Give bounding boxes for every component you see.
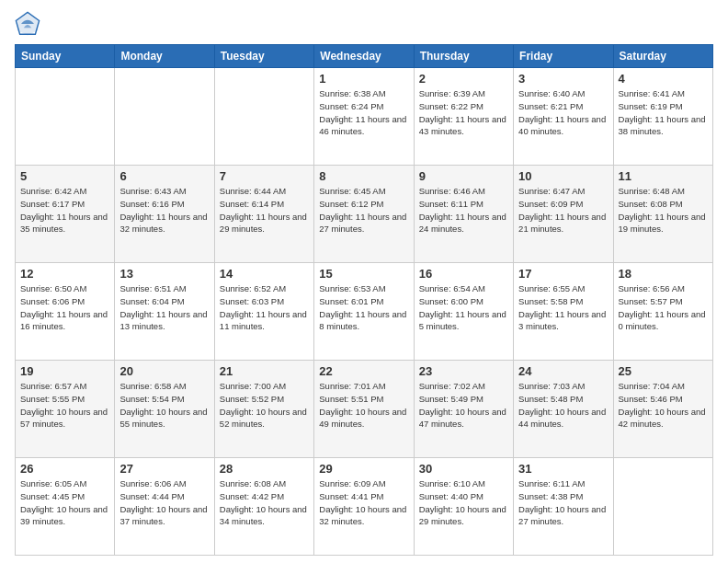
calendar-cell: 11Sunrise: 6:48 AM Sunset: 6:08 PM Dayli… [613,166,712,263]
week-row-5: 26Sunrise: 6:05 AM Sunset: 4:45 PM Dayli… [16,458,713,556]
calendar-table: SundayMondayTuesdayWednesdayThursdayFrid… [15,44,713,556]
calendar-cell: 16Sunrise: 6:54 AM Sunset: 6:00 PM Dayli… [414,263,513,361]
day-info: Sunrise: 7:04 AM Sunset: 5:46 PM Dayligh… [619,380,708,431]
calendar-cell: 10Sunrise: 6:47 AM Sunset: 6:09 PM Dayli… [514,166,613,263]
calendar-cell: 7Sunrise: 6:44 AM Sunset: 6:14 PM Daylig… [214,166,313,263]
calendar-cell: 14Sunrise: 6:52 AM Sunset: 6:03 PM Dayli… [214,263,313,361]
calendar-cell: 4Sunrise: 6:41 AM Sunset: 6:19 PM Daylig… [613,68,712,166]
day-number: 24 [518,364,608,378]
col-header-friday: Friday [514,45,613,68]
generalblue-logo-icon [15,11,40,37]
day-number: 7 [220,169,309,183]
day-info: Sunrise: 6:05 AM Sunset: 4:45 PM Dayligh… [20,477,109,528]
day-number: 15 [319,267,408,281]
day-info: Sunrise: 6:56 AM Sunset: 5:57 PM Dayligh… [619,282,708,333]
day-info: Sunrise: 6:40 AM Sunset: 6:21 PM Dayligh… [518,87,608,138]
day-number: 20 [119,364,209,378]
day-info: Sunrise: 6:08 AM Sunset: 4:42 PM Dayligh… [220,477,309,528]
col-header-monday: Monday [115,45,214,68]
calendar-cell: 25Sunrise: 7:04 AM Sunset: 5:46 PM Dayli… [613,361,712,458]
day-number: 22 [319,364,408,378]
day-info: Sunrise: 6:09 AM Sunset: 4:41 PM Dayligh… [319,477,408,528]
day-info: Sunrise: 6:42 AM Sunset: 6:17 PM Dayligh… [20,185,109,236]
logo [15,11,44,37]
calendar-cell: 13Sunrise: 6:51 AM Sunset: 6:04 PM Dayli… [115,263,214,361]
day-info: Sunrise: 6:55 AM Sunset: 5:58 PM Dayligh… [518,282,608,333]
calendar-cell: 18Sunrise: 6:56 AM Sunset: 5:57 PM Dayli… [613,263,712,361]
calendar-cell: 12Sunrise: 6:50 AM Sunset: 6:06 PM Dayli… [16,263,115,361]
header [15,11,713,37]
day-number: 27 [119,462,209,476]
day-info: Sunrise: 6:39 AM Sunset: 6:22 PM Dayligh… [419,87,508,138]
day-number: 19 [20,364,109,378]
calendar-cell [214,68,313,166]
day-info: Sunrise: 6:11 AM Sunset: 4:38 PM Dayligh… [518,477,608,528]
day-number: 29 [319,462,408,476]
day-info: Sunrise: 6:47 AM Sunset: 6:09 PM Dayligh… [518,185,608,236]
day-number: 11 [619,169,708,183]
calendar-cell: 31Sunrise: 6:11 AM Sunset: 4:38 PM Dayli… [514,458,613,556]
day-number: 28 [220,462,309,476]
day-info: Sunrise: 6:53 AM Sunset: 6:01 PM Dayligh… [319,282,408,333]
calendar-cell: 17Sunrise: 6:55 AM Sunset: 5:58 PM Dayli… [514,263,613,361]
day-number: 30 [419,462,508,476]
calendar-cell: 6Sunrise: 6:43 AM Sunset: 6:16 PM Daylig… [115,166,214,263]
page: SundayMondayTuesdayWednesdayThursdayFrid… [0,0,728,563]
day-info: Sunrise: 6:57 AM Sunset: 5:55 PM Dayligh… [20,380,109,431]
day-info: Sunrise: 6:43 AM Sunset: 6:16 PM Dayligh… [119,185,209,236]
day-number: 16 [419,267,508,281]
day-info: Sunrise: 7:03 AM Sunset: 5:48 PM Dayligh… [518,380,608,431]
calendar-cell: 21Sunrise: 7:00 AM Sunset: 5:52 PM Dayli… [214,361,313,458]
calendar-cell: 15Sunrise: 6:53 AM Sunset: 6:01 PM Dayli… [314,263,414,361]
calendar-cell: 1Sunrise: 6:38 AM Sunset: 6:24 PM Daylig… [314,68,414,166]
day-info: Sunrise: 6:44 AM Sunset: 6:14 PM Dayligh… [220,185,309,236]
day-info: Sunrise: 6:54 AM Sunset: 6:00 PM Dayligh… [419,282,508,333]
day-info: Sunrise: 6:06 AM Sunset: 4:44 PM Dayligh… [119,477,209,528]
day-info: Sunrise: 6:51 AM Sunset: 6:04 PM Dayligh… [119,282,209,333]
day-number: 17 [518,267,608,281]
day-number: 5 [20,169,109,183]
day-number: 12 [20,267,109,281]
day-number: 13 [119,267,209,281]
calendar-cell: 26Sunrise: 6:05 AM Sunset: 4:45 PM Dayli… [16,458,115,556]
col-header-wednesday: Wednesday [314,45,414,68]
calendar-cell: 8Sunrise: 6:45 AM Sunset: 6:12 PM Daylig… [314,166,414,263]
day-info: Sunrise: 7:02 AM Sunset: 5:49 PM Dayligh… [419,380,508,431]
calendar-cell: 9Sunrise: 6:46 AM Sunset: 6:11 PM Daylig… [414,166,513,263]
day-number: 4 [619,72,708,86]
day-info: Sunrise: 6:38 AM Sunset: 6:24 PM Dayligh… [319,87,408,138]
day-number: 8 [319,169,408,183]
day-info: Sunrise: 6:48 AM Sunset: 6:08 PM Dayligh… [619,185,708,236]
day-info: Sunrise: 6:41 AM Sunset: 6:19 PM Dayligh… [619,87,708,138]
day-number: 18 [619,267,708,281]
day-number: 9 [419,169,508,183]
col-header-thursday: Thursday [414,45,513,68]
calendar-cell: 30Sunrise: 6:10 AM Sunset: 4:40 PM Dayli… [414,458,513,556]
col-header-tuesday: Tuesday [214,45,313,68]
calendar-cell: 28Sunrise: 6:08 AM Sunset: 4:42 PM Dayli… [214,458,313,556]
calendar-cell: 29Sunrise: 6:09 AM Sunset: 4:41 PM Dayli… [314,458,414,556]
calendar-cell [115,68,214,166]
calendar-cell [16,68,115,166]
day-number: 26 [20,462,109,476]
col-header-sunday: Sunday [16,45,115,68]
day-number: 14 [220,267,309,281]
day-info: Sunrise: 6:10 AM Sunset: 4:40 PM Dayligh… [419,477,508,528]
calendar-cell: 5Sunrise: 6:42 AM Sunset: 6:17 PM Daylig… [16,166,115,263]
calendar-cell: 3Sunrise: 6:40 AM Sunset: 6:21 PM Daylig… [514,68,613,166]
day-number: 10 [518,169,608,183]
day-info: Sunrise: 6:46 AM Sunset: 6:11 PM Dayligh… [419,185,508,236]
week-row-4: 19Sunrise: 6:57 AM Sunset: 5:55 PM Dayli… [16,361,713,458]
calendar-cell: 2Sunrise: 6:39 AM Sunset: 6:22 PM Daylig… [414,68,513,166]
day-number: 6 [119,169,209,183]
calendar-cell: 20Sunrise: 6:58 AM Sunset: 5:54 PM Dayli… [115,361,214,458]
day-info: Sunrise: 6:45 AM Sunset: 6:12 PM Dayligh… [319,185,408,236]
day-number: 23 [419,364,508,378]
day-info: Sunrise: 6:52 AM Sunset: 6:03 PM Dayligh… [220,282,309,333]
calendar-cell [613,458,712,556]
week-row-1: 1Sunrise: 6:38 AM Sunset: 6:24 PM Daylig… [16,68,713,166]
calendar-cell: 24Sunrise: 7:03 AM Sunset: 5:48 PM Dayli… [514,361,613,458]
calendar-header-row: SundayMondayTuesdayWednesdayThursdayFrid… [16,45,713,68]
day-number: 3 [518,72,608,86]
day-info: Sunrise: 6:58 AM Sunset: 5:54 PM Dayligh… [119,380,209,431]
